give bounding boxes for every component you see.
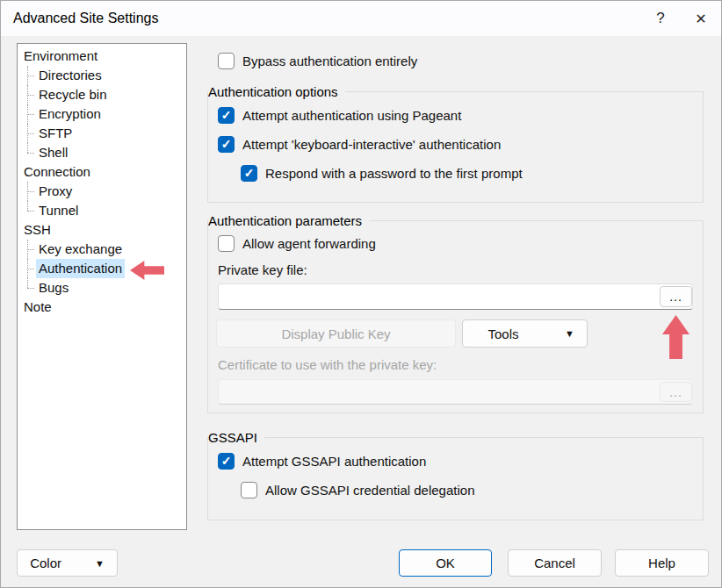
private-key-file-label: Private key file:: [218, 262, 307, 277]
certificate-input: [218, 379, 693, 405]
tree-connector: [26, 182, 36, 201]
title-bar: Advanced Site Settings ? ✕: [1, 1, 721, 36]
gssapi-delegation-row: Allow GSSAPI credential delegation: [241, 481, 474, 498]
agent-forwarding-checkbox[interactable]: [218, 235, 235, 252]
pageant-row: Attempt authentication using Pageant: [218, 106, 461, 124]
tree-connector: [26, 240, 36, 259]
tree-item-tunnel[interactable]: Tunnel: [18, 201, 186, 220]
ok-button[interactable]: OK: [399, 549, 492, 577]
bypass-authentication-label: Bypass authentication entirely: [242, 54, 417, 68]
keyboard-interactive-row: Attempt 'keyboard-interactive' authentic…: [218, 135, 501, 153]
gssapi-attempt-row: Attempt GSSAPI authentication: [218, 452, 426, 470]
agent-forwarding-row: Allow agent forwarding: [218, 234, 376, 252]
tools-dropdown-button[interactable]: Tools ▼: [462, 319, 588, 348]
tree-item-bugs[interactable]: Bugs: [18, 278, 186, 298]
tree-item-shell[interactable]: Shell: [18, 143, 186, 162]
tree-item-recycle-bin[interactable]: Recycle bin: [18, 85, 186, 104]
gssapi-attempt-checkbox[interactable]: [218, 453, 235, 470]
keyboard-interactive-checkbox[interactable]: [218, 136, 235, 153]
certificate-browse-button: ...: [660, 382, 692, 402]
gssapi-delegation-checkbox[interactable]: [241, 482, 257, 498]
cancel-button[interactable]: Cancel: [508, 549, 602, 577]
advanced-site-settings-dialog: Advanced Site Settings ? ✕ Environment D…: [0, 0, 722, 588]
tree-item-proxy[interactable]: Proxy: [18, 182, 186, 201]
bypass-authentication-checkbox[interactable]: [218, 53, 235, 69]
tree-connector: [26, 66, 36, 85]
bypass-authentication-row: Bypass authentication entirely: [218, 52, 417, 69]
tree-connector: [26, 143, 36, 162]
tree-connector: [26, 201, 36, 220]
settings-nav-tree: Environment Directories Recycle bin Encr…: [17, 43, 187, 530]
private-key-browse-button[interactable]: ...: [660, 286, 692, 307]
help-icon[interactable]: ?: [640, 1, 681, 36]
display-public-key-button[interactable]: Display Public Key: [216, 319, 456, 348]
gssapi-group: GSSAPI: [207, 437, 704, 520]
tree-item-connection[interactable]: Connection: [18, 162, 186, 182]
certificate-label: Certificate to use with the private key:: [218, 357, 437, 372]
tree-connector: [26, 124, 36, 143]
gssapi-title: GSSAPI: [208, 429, 264, 446]
tree-connector: [26, 104, 36, 124]
respond-password-row: Respond with a password to the first pro…: [241, 164, 523, 182]
close-icon[interactable]: ✕: [681, 1, 721, 36]
tree-item-key-exchange[interactable]: Key exchange: [18, 240, 186, 259]
color-dropdown-button[interactable]: Color ▼: [17, 549, 118, 577]
respond-password-checkbox[interactable]: [241, 165, 257, 182]
private-key-file-input[interactable]: [218, 283, 693, 310]
tree-item-directories[interactable]: Directories: [18, 66, 186, 85]
tree-item-encryption[interactable]: Encryption: [18, 104, 186, 124]
pageant-checkbox[interactable]: [218, 107, 235, 124]
tree-connector: [26, 85, 36, 104]
tree-item-environment[interactable]: Environment: [18, 47, 186, 66]
chevron-down-icon: ▼: [565, 328, 574, 339]
authentication-options-title: Authentication options: [208, 83, 345, 100]
tree-connector: [26, 259, 36, 278]
chevron-down-icon: ▼: [95, 558, 105, 569]
tree-item-ssh[interactable]: SSH: [18, 220, 186, 240]
help-button[interactable]: Help: [615, 549, 709, 577]
authentication-parameters-title: Authentication parameters: [208, 212, 369, 229]
tree-connector: [26, 278, 36, 298]
tree-item-sftp[interactable]: SFTP: [18, 124, 186, 143]
dialog-title: Advanced Site Settings: [13, 11, 158, 26]
tree-item-note[interactable]: Note: [18, 298, 186, 317]
